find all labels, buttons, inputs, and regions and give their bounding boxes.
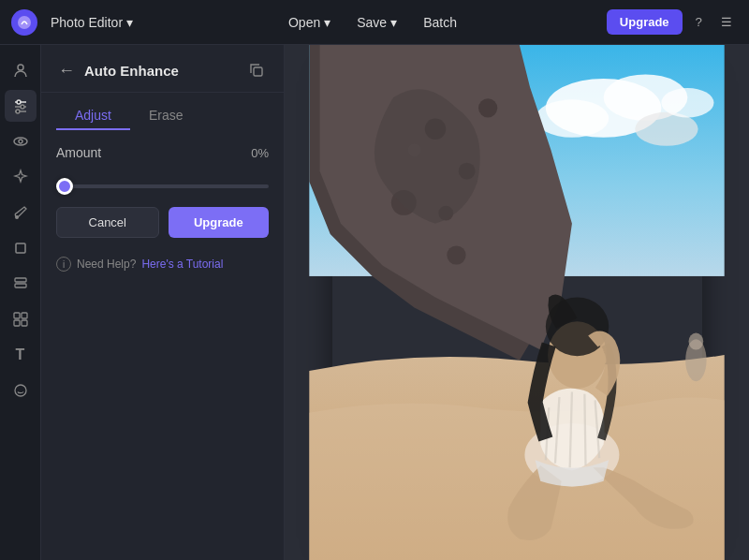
slider-container [56, 175, 269, 192]
batch-label: Batch [423, 15, 457, 30]
help-button[interactable]: ? [690, 9, 708, 35]
text-icon: T [16, 346, 25, 363]
back-icon: ← [58, 61, 75, 81]
panel: ← Auto Enhance Adjust Erase [41, 45, 285, 560]
main-content: T ← Auto Enhance Adjust [0, 45, 749, 560]
icon-sidebar: T [0, 45, 41, 560]
panel-content: Amount 0% Cancel Upgrade i Need Help? [41, 130, 284, 287]
batch-button[interactable]: Batch [414, 9, 466, 36]
svg-rect-13 [15, 284, 26, 287]
save-label: Save [357, 15, 387, 30]
svg-line-37 [584, 394, 585, 465]
amount-slider[interactable] [56, 184, 269, 188]
svg-point-1 [18, 65, 23, 70]
panel-header-left: ← Auto Enhance [56, 59, 179, 82]
svg-rect-14 [14, 313, 20, 318]
action-buttons: Cancel Upgrade [56, 207, 269, 238]
hamburger-icon: ☰ [721, 15, 732, 29]
save-chevron: ▾ [390, 15, 397, 30]
photo-scene [332, 73, 702, 532]
sidebar-item-sliders[interactable] [5, 90, 37, 122]
svg-rect-19 [254, 67, 262, 76]
amount-value: 0% [251, 146, 269, 160]
upgrade-button[interactable]: Upgrade [607, 9, 683, 35]
help-icon: i [56, 257, 71, 272]
sidebar-item-brush[interactable] [5, 197, 37, 228]
svg-rect-11 [16, 243, 25, 253]
panel-header: ← Auto Enhance [41, 45, 284, 93]
question-icon: ? [696, 15, 702, 29]
copy-button[interactable] [244, 58, 269, 82]
save-button[interactable]: Save ▾ [347, 9, 406, 36]
topbar-right: Upgrade ? ☰ [607, 9, 738, 35]
open-button[interactable]: Open ▾ [279, 9, 340, 36]
upgrade-action-button[interactable]: Upgrade [169, 207, 270, 238]
sidebar-item-magic[interactable] [5, 161, 37, 193]
svg-point-3 [17, 100, 21, 104]
photo-container [332, 73, 702, 532]
amount-label: Amount [56, 145, 101, 160]
open-label: Open [288, 15, 320, 30]
help-text: Need Help? [77, 258, 136, 271]
amount-row: Amount 0% [56, 145, 269, 160]
svg-point-40 [546, 297, 609, 356]
svg-rect-16 [14, 320, 20, 326]
sidebar-item-sticker[interactable] [5, 375, 37, 406]
svg-rect-15 [22, 313, 27, 318]
help-row: i Need Help? Here's a Tutorial [56, 257, 269, 272]
svg-point-0 [18, 16, 31, 29]
sidebar-item-eye[interactable] [5, 125, 37, 157]
svg-point-18 [15, 385, 26, 396]
svg-rect-17 [22, 320, 27, 326]
svg-point-9 [19, 140, 22, 143]
canvas-area [285, 45, 749, 560]
tabs: Adjust Erase [41, 93, 284, 130]
svg-point-10 [15, 215, 19, 219]
svg-point-23 [536, 99, 609, 137]
panel-title: Auto Enhance [84, 63, 179, 79]
svg-point-32 [447, 245, 465, 264]
svg-point-29 [478, 98, 497, 117]
app-title-label: Photo Editor [51, 15, 123, 30]
svg-point-7 [16, 110, 20, 113]
app-title-chevron: ▾ [126, 15, 133, 30]
sidebar-item-gallery[interactable] [5, 303, 37, 335]
sidebar-item-crop[interactable] [5, 232, 37, 264]
tab-erase[interactable]: Erase [130, 102, 202, 130]
tutorial-link[interactable]: Here's a Tutorial [141, 258, 223, 271]
open-chevron: ▾ [324, 15, 330, 30]
menu-button[interactable]: ☰ [715, 9, 738, 35]
svg-rect-12 [15, 278, 26, 282]
app-logo [11, 9, 37, 36]
topbar: Photo Editor ▾ Open ▾ Save ▾ Batch Upgra… [0, 0, 749, 45]
sidebar-item-layers[interactable] [5, 268, 37, 300]
back-button[interactable]: ← [56, 59, 77, 82]
sidebar-item-person[interactable] [5, 54, 37, 86]
copy-icon [248, 62, 265, 79]
topbar-center: Open ▾ Save ▾ Batch [279, 9, 466, 36]
sidebar-item-text[interactable]: T [5, 339, 37, 371]
cancel-button[interactable]: Cancel [56, 207, 159, 238]
svg-point-8 [14, 138, 27, 145]
svg-point-5 [21, 105, 24, 109]
tab-adjust[interactable]: Adjust [56, 102, 130, 130]
app-title-button[interactable]: Photo Editor ▾ [45, 11, 139, 34]
